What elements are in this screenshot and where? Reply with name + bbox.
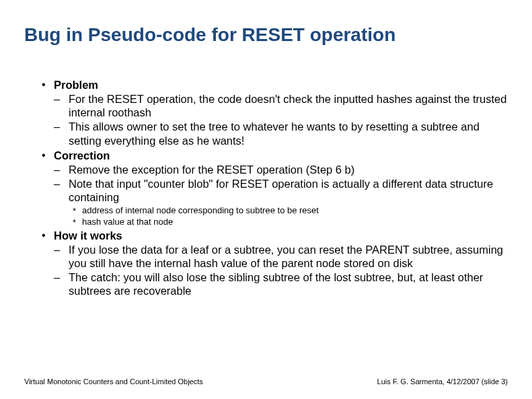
footer-right: Luis F. G. Sarmenta, 4/12/2007 (slide 3) [377,377,508,386]
sub-item: The catch: you will also lose the siblin… [54,270,508,297]
sub-text: Note that input "counter blob" for RESET… [69,178,493,203]
footer-left: Virtual Monotonic Counters and Count-Lim… [24,377,203,386]
sub-text: If you lose the data for a leaf or a sub… [69,244,503,269]
sub-item: This allows owner to set the tree to wha… [54,120,508,147]
sub-item: Note that input "counter blob" for RESET… [54,177,508,227]
subsub-item: hash value at that node [73,217,508,227]
sub-list: Remove the exception for the RESET opera… [54,163,508,227]
bullet-label: How it works [54,229,122,242]
sub-list: If you lose the data for a leaf or a sub… [54,243,508,298]
bullet-label: Correction [54,149,110,161]
sub-text: For the RESET operation, the code doesn'… [69,93,506,118]
subsub-item: address of internal node corresponding t… [73,205,508,216]
bullet-correction: Correction Remove the exception for the … [42,149,508,227]
slide-title: Bug in Pseudo-code for RESET operation [24,24,508,46]
slide-footer: Virtual Monotonic Counters and Count-Lim… [24,377,508,386]
sub-text: Remove the exception for the RESET opera… [69,164,354,176]
slide-content: Problem For the RESET operation, the cod… [24,78,508,297]
sub-item: For the RESET operation, the code doesn'… [54,92,508,119]
bullet-problem: Problem For the RESET operation, the cod… [42,78,508,147]
bullet-list: Problem For the RESET operation, the cod… [42,78,508,297]
bullet-howitworks: How it works If you lose the data for a … [42,229,508,298]
bullet-label: Problem [54,79,98,91]
sub-item: If you lose the data for a leaf or a sub… [54,243,508,270]
subsub-text: hash value at that node [82,217,173,227]
sub-list: For the RESET operation, the code doesn'… [54,92,508,147]
sub-text: The catch: you will also lose the siblin… [69,271,483,297]
subsub-list: address of internal node corresponding t… [69,205,508,227]
subsub-text: address of internal node corresponding t… [82,205,319,215]
slide: Bug in Pseudo-code for RESET operation P… [0,0,532,399]
sub-item: Remove the exception for the RESET opera… [54,163,508,176]
sub-text: This allows owner to set the tree to wha… [69,120,480,146]
